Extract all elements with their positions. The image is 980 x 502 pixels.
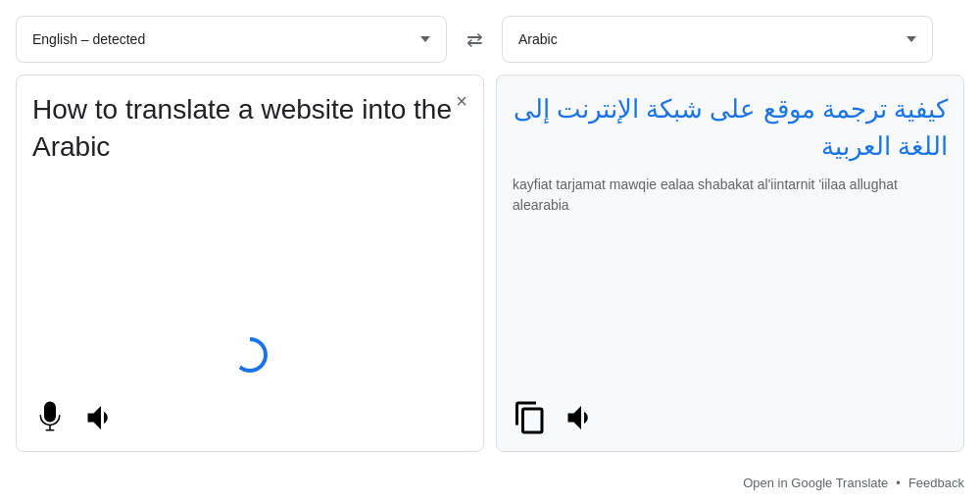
target-panel-bottom: [513, 388, 948, 435]
language-selector-row: English – detected ⇄ Arabic: [16, 16, 964, 63]
listen-target-button[interactable]: [564, 400, 599, 435]
feedback-link[interactable]: Feedback: [908, 476, 964, 490]
source-language-selector[interactable]: English – detected: [16, 16, 447, 63]
source-panel: How to translate a website into the Arab…: [16, 75, 484, 452]
loading-spinner: [232, 337, 268, 373]
translated-arabic-text: كيفية ترجمة موقع على شبكة الإنترنت إلى ا…: [513, 91, 948, 165]
copy-icon: [513, 400, 548, 435]
listen-source-button[interactable]: [83, 400, 119, 435]
mic-icon: [32, 400, 68, 435]
target-language-label: Arabic: [518, 31, 558, 47]
open-in-google-translate-link[interactable]: Open in Google Translate: [743, 476, 888, 490]
swap-languages-button[interactable]: ⇄: [455, 20, 494, 59]
translated-romanized-text: kayfiat tarjamat mawqie ealaa shabakat a…: [513, 175, 948, 216]
source-chevron-down-icon: [420, 36, 430, 42]
volume-icon-left: [83, 400, 119, 435]
translation-panels: How to translate a website into the Arab…: [16, 75, 964, 452]
copy-translation-button[interactable]: [513, 400, 548, 435]
source-language-label: English – detected: [32, 31, 145, 47]
mic-button[interactable]: [32, 400, 68, 435]
target-chevron-down-icon: [906, 36, 916, 42]
footer: Open in Google Translate • Feedback: [0, 468, 980, 502]
clear-button[interactable]: ×: [456, 91, 467, 111]
target-language-selector[interactable]: Arabic: [502, 16, 933, 63]
source-panel-bottom: [32, 388, 467, 435]
footer-separator: •: [896, 476, 901, 490]
target-panel: كيفية ترجمة موقع على شبكة الإنترنت إلى ا…: [496, 75, 964, 452]
source-text[interactable]: How to translate a website into the Arab…: [32, 91, 467, 329]
main-container: English – detected ⇄ Arabic How to trans…: [0, 0, 980, 468]
swap-icon: ⇄: [466, 27, 483, 51]
loading-spinner-area: [32, 337, 467, 373]
volume-icon-right: [564, 400, 599, 435]
